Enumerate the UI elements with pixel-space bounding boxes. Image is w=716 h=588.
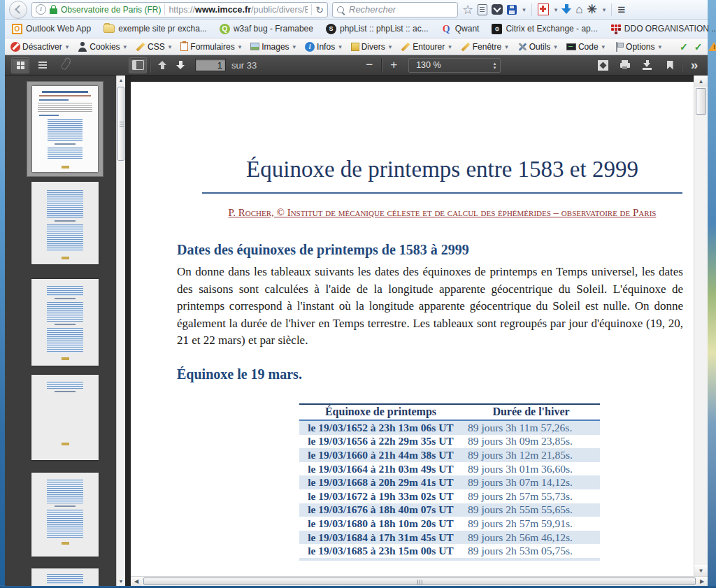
url-bar[interactable]: i Observatoire de Paris (FR) https://www… [31,2,328,17]
devbar-formulaires[interactable]: Formulaires▾ [180,42,241,52]
person-icon [78,42,87,52]
document-author-link[interactable]: P. Rocher, © Institut de mécanique céles… [202,205,682,221]
plus-icon: + [390,58,397,72]
devbar-fenetre[interactable]: Fenêtre▾ [461,42,508,52]
addon-red-cross-button[interactable] [538,1,549,18]
bookmark-outlook[interactable]: OOutlook Web App [12,24,91,34]
bookmark-star-button[interactable]: ☆ [462,1,473,18]
downloads-button[interactable] [561,1,571,18]
page-info-icon[interactable]: i [36,4,46,15]
devbar-infos[interactable]: iInfos▾ [305,42,342,52]
sidebar-scrollbar[interactable]: ▲ ▼ [116,76,125,586]
toolbar-separator [611,3,612,16]
chevron-down-icon: ▾ [522,6,526,13]
warning-icon[interactable] [708,42,716,51]
tools-icon [517,42,527,52]
thumbnail-page-6[interactable] [31,568,99,586]
horizontal-scrollbar[interactable]: ◀ ▶ [131,576,708,586]
bookmarks-toolbar: OOutlook Web App exemple site pr excha..… [5,20,708,38]
bookmark-phplist[interactable]: SphpList :: phpList :: ac... [326,24,429,34]
url-text[interactable]: https://www.imcce.fr/public/divers/Equin… [169,5,308,15]
bookmark-button[interactable] [661,57,679,73]
print-button[interactable] [616,57,634,73]
outline-view-button[interactable] [34,57,52,73]
back-button[interactable] [9,1,27,19]
thumbnail-page-2[interactable] [31,182,99,264]
next-page-button[interactable] [171,57,189,73]
scroll-right-arrow[interactable]: ▶ [696,577,708,586]
scroll-up-arrow[interactable]: ▲ [694,76,708,87]
previous-page-button[interactable] [153,57,171,73]
addon-red-cross-dropdown[interactable]: ▾ [553,1,558,18]
bookmark-folder-exemple[interactable]: exemple site pr excha... [103,24,207,34]
devbar-options[interactable]: Options▾ [614,42,661,52]
pocket-button[interactable] [492,1,503,18]
addon-dropdown[interactable]: ▾ [601,1,606,18]
clipboard-icon [478,4,487,15]
thumbnail-page-3[interactable] [31,279,99,366]
addon-button[interactable]: ✳ [587,1,596,18]
pen-icon [136,42,145,52]
save-page-dropdown[interactable]: ▾ [521,1,526,18]
zoom-in-button[interactable]: + [385,57,403,73]
vertical-scrollbar[interactable]: ▲ ▼ [694,76,708,576]
site-identity-label[interactable]: Observatoire de Paris (FR) [61,5,161,15]
bookmark-ddo[interactable]: DDO ORGANISATION ... [610,24,716,34]
pencil-icon [461,42,471,52]
search-bar[interactable] [332,2,458,17]
equinox-table: Équinoxe de printemps Durée de l'hiver l… [299,403,600,561]
search-input[interactable] [348,3,453,15]
toolbar-separator [531,3,532,16]
more-tools-button[interactable]: » [685,57,703,73]
devbar-desactiver[interactable]: Désactiver▾ [10,42,69,52]
home-button[interactable]: ⌂ [575,1,582,18]
thumbnails-view-button[interactable] [11,57,29,73]
bookmark-label: Qwant [455,24,480,34]
sidebar-toggle-icon [132,60,144,70]
zoom-out-button[interactable]: − [360,57,378,73]
bookmark-qwant[interactable]: QQwant [441,24,480,34]
scroll-down-arrow[interactable]: ▼ [694,565,708,576]
devbar-cookies[interactable]: Cookies▾ [78,42,127,52]
scroll-left-arrow[interactable]: ◀ [131,577,142,586]
thumbnail-page-5[interactable] [31,473,99,557]
thumbnail-page-1-selected[interactable] [27,81,103,177]
zoom-value-label: 130 % [416,60,441,70]
bookmark-label: DDO ORGANISATION ... [624,24,716,34]
bookmark-citrix[interactable]: ⊙Citrix et Exchange - ap... [492,24,597,34]
subsection-heading: Équinoxe le 19 mars. [177,366,683,382]
horizontal-scrollbar-thumb[interactable] [143,578,696,585]
check-icon[interactable]: ✓ [694,41,703,52]
devbar-outils[interactable]: Outils▾ [517,42,557,52]
devbar-code[interactable]: Code▾ [566,42,605,52]
sidebar-scrollbar-thumb[interactable] [117,87,124,161]
save-page-button[interactable] [507,1,517,18]
devbar-images[interactable]: Images▾ [250,42,296,52]
toggle-sidebar-button[interactable] [129,57,147,73]
thumbnail-page-4[interactable] [31,375,99,460]
bookmark-label: exemple site pr excha... [118,24,207,34]
devbar-css[interactable]: CSS▾ [136,42,171,52]
bookmarks-panel-button[interactable] [478,1,487,18]
check-icon[interactable]: ✓ [680,41,688,52]
menu-button[interactable]: ≡ [617,1,624,18]
reload-icon[interactable]: ↻ [311,4,324,15]
devbar-divers[interactable]: Divers▾ [351,42,392,52]
presentation-mode-button[interactable] [594,57,612,73]
folder-icon [103,24,115,33]
download-button[interactable] [638,57,657,73]
devbar-entourer[interactable]: Entourer▾ [401,42,452,52]
scroll-down-arrow[interactable]: ▼ [117,577,125,586]
qwant-icon: Q [441,24,452,34]
urlbar-separator [164,4,165,15]
attachments-view-button[interactable] [56,57,74,73]
sidebar-resizer[interactable] [125,76,131,586]
zoom-select[interactable]: 130 % ▴▾ [408,58,501,73]
scroll-up-arrow[interactable]: ▲ [117,76,125,85]
toolbar-separator [381,58,382,72]
page-number-input[interactable] [195,59,226,71]
ssl-lock-icon[interactable] [50,8,57,14]
vertical-scrollbar-thumb[interactable] [696,88,706,115]
desktop-edge-left [0,0,5,588]
bookmark-w3af[interactable]: Qw3af bug - Framabee [220,24,313,34]
